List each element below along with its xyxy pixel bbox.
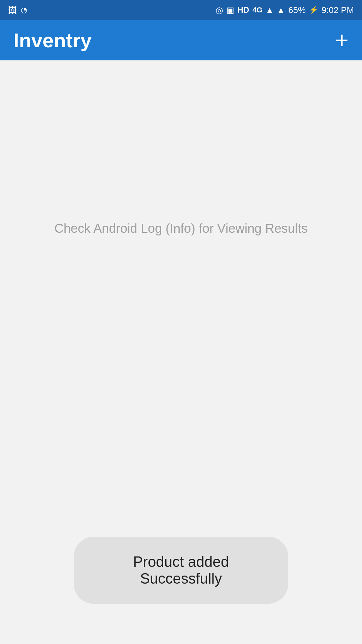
status-bar-right: ◎ ▣ HD 4G ▲ ▲ 65% ⚡ 9:02 PM <box>216 5 354 15</box>
sim-signal-icon: ▲ <box>277 5 285 15</box>
clock: 9:02 PM <box>321 5 354 15</box>
toast-message: Product added Successfully <box>133 553 229 587</box>
info-text: Check Android Log (Info) for Viewing Res… <box>54 221 307 236</box>
status-bar: 🖼 ◔ ◎ ▣ HD 4G ▲ ▲ 65% ⚡ 9:02 PM <box>0 0 362 20</box>
battery-percent: 65% <box>288 5 306 15</box>
battery-icon: ⚡ <box>309 6 318 14</box>
toast-notification: Product added Successfully <box>74 537 288 604</box>
main-content: Check Android Log (Info) for Viewing Res… <box>0 60 362 644</box>
status-bar-left: 🖼 ◔ <box>8 5 27 15</box>
photo-icon: 🖼 <box>8 5 17 15</box>
wifi-icon: ◎ <box>216 5 223 15</box>
add-product-button[interactable]: + <box>335 29 349 52</box>
sync-icon: ◔ <box>21 6 27 14</box>
vibrate-icon: ▣ <box>227 5 234 15</box>
hd-badge: HD <box>238 5 249 15</box>
app-bar: Inventry + <box>0 20 362 60</box>
network-signal-icon: ▲ <box>266 5 274 15</box>
app-title: Inventry <box>13 29 92 52</box>
signal-4g-icon: 4G <box>252 6 262 14</box>
